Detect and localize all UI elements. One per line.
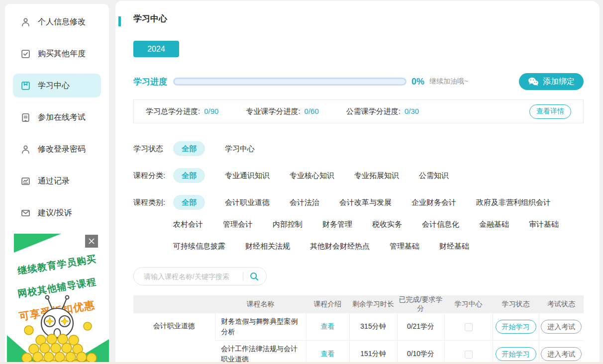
course-category-cell: 会计职业道德 xyxy=(133,313,215,364)
sidebar-item-label: 购买其他年度 xyxy=(38,49,86,59)
filter-label: 课程类别: xyxy=(133,195,173,210)
filter-row-course-category: 课程分类:全部专业通识知识专业核心知识专业拓展知识公需知识 xyxy=(133,168,584,183)
credit-progress-item: 公需课学分进度:0/30 xyxy=(346,107,419,116)
credit-progress-item: 专业课学分进度:0/60 xyxy=(246,107,318,116)
course-checkbox[interactable] xyxy=(465,351,473,359)
credit-value: 0/60 xyxy=(304,107,319,115)
start-study-button[interactable]: 开始学习 xyxy=(496,320,536,334)
filter-option[interactable]: 财经相关法规 xyxy=(245,239,290,254)
sidebar-item-label: 修改登录密码 xyxy=(38,144,86,155)
filter-option[interactable]: 会计改革与发展 xyxy=(339,195,392,210)
filter-option[interactable]: 管理会计 xyxy=(223,217,253,232)
sidebar-item-feedback[interactable]: 建议/投诉 xyxy=(13,201,101,225)
course-intro-cell: 查看 xyxy=(306,341,349,364)
filter-option[interactable]: 政府及非营利组织会计 xyxy=(476,195,551,210)
filter-option[interactable]: 学习中心 xyxy=(225,141,255,156)
filter-option[interactable]: 财经基础 xyxy=(439,239,469,254)
add-binding-button[interactable]: 添加绑定 xyxy=(519,73,584,90)
filter-option[interactable]: 农村会计 xyxy=(173,217,203,232)
table-header-row: 课程名称课程介绍剩余学习时长已完成/要求学分学习中心学习状态考试状态 xyxy=(133,295,584,313)
table-header-cell xyxy=(133,295,215,313)
course-checkbox[interactable] xyxy=(465,323,473,331)
credits-cell: 0/21学分 xyxy=(397,313,444,341)
progress-label: 学习进度 xyxy=(133,76,167,88)
sidebar-item-purchase-year[interactable]: 购买其他年度 xyxy=(13,42,101,66)
view-intro-link[interactable]: 查看 xyxy=(321,350,335,358)
filter-option[interactable]: 可持续信息披露 xyxy=(173,239,225,254)
credit-value: 0/90 xyxy=(204,107,218,115)
page-title: 学习中心 xyxy=(133,13,584,24)
table-header-cell: 学习中心 xyxy=(444,295,493,313)
sidebar-item-profile[interactable]: 个人信息修改 xyxy=(13,10,101,34)
user-icon xyxy=(20,144,31,155)
mail-icon xyxy=(20,207,31,218)
year-tab-2024[interactable]: 2024 xyxy=(133,41,179,57)
remaining-duration-cell: 151分钟 xyxy=(349,341,397,364)
search-divider xyxy=(243,272,243,281)
filter-option[interactable]: 审计基础 xyxy=(529,217,559,232)
filter-options: 全部会计职业道德会计法治会计改革与发展企业财务会计政府及非营利组织会计农村会计管… xyxy=(173,195,581,254)
chart-icon xyxy=(20,176,31,186)
filter-option[interactable]: 专业拓展知识 xyxy=(354,168,399,183)
exam-status-cell: 进入考试 xyxy=(539,313,584,341)
filter-option[interactable]: 税收实务 xyxy=(372,217,402,232)
horizontal-scrollbar[interactable] xyxy=(0,362,603,364)
filter-option[interactable]: 会计法治 xyxy=(290,195,319,210)
main-panel: 学习中心 2024 学习进度 0% 继续加油哦~ 添加绑定 学习总学分进度:0/… xyxy=(115,1,600,364)
table-header-cell: 学习状态 xyxy=(493,295,539,313)
course-intro-cell: 查看 xyxy=(306,313,349,341)
view-details-button[interactable]: 查看详情 xyxy=(529,104,571,119)
filter-section: 学习状态全部学习中心课程分类:全部专业通识知识专业核心知识专业拓展知识公需知识课… xyxy=(133,141,584,254)
banner-triangle-top-left xyxy=(14,234,61,253)
credit-label: 学习总学分进度: xyxy=(146,107,200,115)
filter-option[interactable]: 专业核心知识 xyxy=(290,168,334,183)
credit-label: 专业课学分进度: xyxy=(246,107,300,115)
table-header-cell: 课程名称 xyxy=(215,295,306,313)
filter-option[interactable]: 管理基础 xyxy=(390,239,419,254)
filter-option-selected[interactable]: 全部 xyxy=(173,195,205,210)
sidebar-item-pass-records[interactable]: 通过记录 xyxy=(13,169,101,193)
search-icon xyxy=(249,272,259,281)
filter-option[interactable]: 金融基础 xyxy=(479,217,509,232)
close-icon[interactable] xyxy=(85,235,98,248)
view-intro-link[interactable]: 查看 xyxy=(321,322,335,330)
filter-row-study-status: 学习状态全部学习中心 xyxy=(133,141,584,156)
filter-option[interactable]: 会计职业道德 xyxy=(225,195,270,210)
sidebar-item-label: 建议/投诉 xyxy=(38,208,72,218)
bookmark-icon xyxy=(20,80,31,91)
filter-option[interactable]: 其他财会财经热点 xyxy=(310,239,370,254)
mascot-coins-illustration xyxy=(13,292,101,364)
enter-exam-button[interactable]: 进入考试 xyxy=(541,320,582,334)
checkbox-icon xyxy=(20,48,31,59)
sidebar-item-change-password[interactable]: 修改登录密码 xyxy=(13,137,101,161)
search-input[interactable] xyxy=(144,273,241,280)
table-header-cell: 课程介绍 xyxy=(306,295,349,313)
promo-banner: 继续教育学员购买 网校其他辅导课程 可享受折扣优惠 xyxy=(5,234,109,364)
search-button[interactable] xyxy=(249,272,259,281)
filter-option[interactable]: 会计信息化 xyxy=(422,217,459,232)
filter-option[interactable]: 专业通识知识 xyxy=(225,168,270,183)
filter-options: 全部专业通识知识专业核心知识专业拓展知识公需知识 xyxy=(173,168,581,183)
wechat-icon xyxy=(528,77,539,86)
filter-option[interactable]: 公需知识 xyxy=(419,168,449,183)
filter-option[interactable]: 企业财务会计 xyxy=(411,195,456,210)
filter-option[interactable]: 内部控制 xyxy=(273,217,302,232)
start-study-button[interactable]: 开始学习 xyxy=(496,347,536,361)
add-binding-label: 添加绑定 xyxy=(543,77,575,87)
filter-option-selected[interactable]: 全部 xyxy=(173,168,205,183)
sidebar-item-label: 学习中心 xyxy=(38,81,70,91)
table-header-cell: 考试状态 xyxy=(539,295,584,313)
table-header-cell: 已完成/要求学分 xyxy=(397,295,444,313)
sidebar-item-online-exam[interactable]: 参加在线考试 xyxy=(13,105,101,129)
remaining-duration-cell: 315分钟 xyxy=(349,313,397,341)
study-center-cell xyxy=(444,313,493,341)
filter-option-selected[interactable]: 全部 xyxy=(173,141,205,156)
filter-row-course-type: 课程类别:全部会计职业道德会计法治会计改革与发展企业财务会计政府及非营利组织会计… xyxy=(133,195,584,254)
page: 个人信息修改购买其他年度学习中心参加在线考试修改登录密码通过记录建议/投诉 继续… xyxy=(0,0,603,364)
enter-exam-button[interactable]: 进入考试 xyxy=(541,347,582,361)
sidebar-item-study-center[interactable]: 学习中心 xyxy=(13,74,101,97)
progress-bar xyxy=(173,78,406,86)
study-status-cell: 开始学习 xyxy=(493,313,539,341)
filter-option[interactable]: 财务管理 xyxy=(322,217,352,232)
sidebar: 个人信息修改购买其他年度学习中心参加在线考试修改登录密码通过记录建议/投诉 继续… xyxy=(5,4,109,364)
